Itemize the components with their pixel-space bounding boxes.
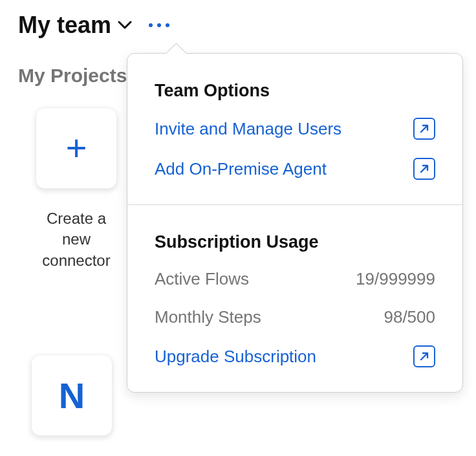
monthly-steps-label: Monthly Steps: [155, 307, 261, 327]
dot-icon: [157, 23, 161, 27]
external-link-icon: [413, 118, 435, 140]
connector-letter-icon: N: [59, 375, 85, 417]
team-options-heading: Team Options: [155, 81, 435, 101]
dot-icon: [149, 23, 153, 27]
upgrade-subscription-link[interactable]: Upgrade Subscription: [155, 345, 435, 367]
chevron-down-icon: [118, 21, 132, 30]
dot-icon: [166, 23, 169, 27]
create-connector-card-col: + Create a new connector: [31, 107, 122, 271]
invite-manage-users-label: Invite and Manage Users: [155, 119, 341, 139]
page-header: My team: [0, 0, 476, 39]
subscription-usage-heading: Subscription Usage: [155, 232, 435, 252]
connector-tile[interactable]: N: [31, 354, 113, 436]
add-onpremise-agent-link[interactable]: Add On-Premise Agent: [155, 158, 435, 180]
active-flows-row: Active Flows 19/999999: [155, 269, 435, 289]
external-link-icon: [413, 345, 435, 367]
active-flows-label: Active Flows: [155, 269, 249, 289]
more-options-button[interactable]: [144, 18, 175, 32]
monthly-steps-value: 98/500: [384, 307, 435, 327]
plus-icon: +: [66, 130, 87, 166]
invite-manage-users-link[interactable]: Invite and Manage Users: [155, 118, 435, 140]
active-flows-value: 19/999999: [356, 269, 435, 289]
subscription-usage-section: Subscription Usage Active Flows 19/99999…: [127, 205, 462, 392]
upgrade-subscription-label: Upgrade Subscription: [155, 347, 316, 367]
create-connector-caption: Create a new connector: [31, 208, 122, 271]
team-options-popover: Team Options Invite and Manage Users Add…: [127, 53, 463, 393]
team-dropdown[interactable]: My team: [18, 12, 132, 39]
external-link-icon: [413, 158, 435, 180]
team-name: My team: [18, 12, 111, 39]
connector-card-col: N: [31, 354, 113, 436]
monthly-steps-row: Monthly Steps 98/500: [155, 307, 435, 327]
team-options-section: Team Options Invite and Manage Users Add…: [127, 54, 462, 204]
add-onpremise-agent-label: Add On-Premise Agent: [155, 159, 327, 179]
create-connector-tile[interactable]: +: [36, 107, 117, 189]
